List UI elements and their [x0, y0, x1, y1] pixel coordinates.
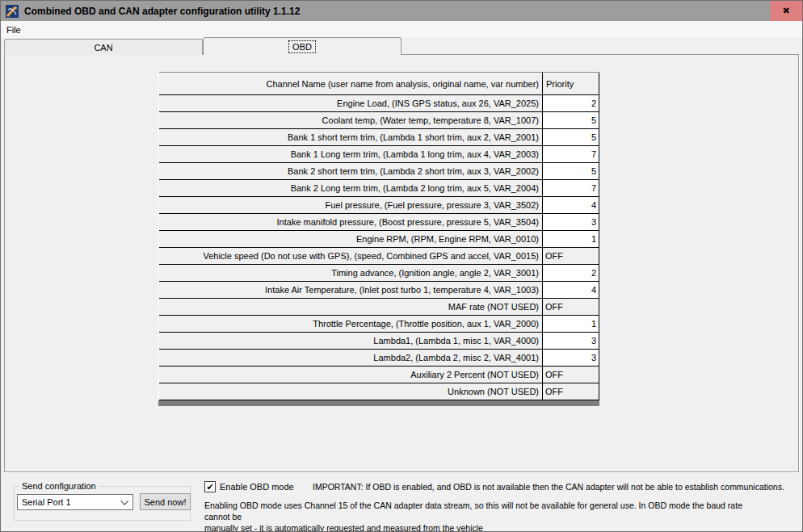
- column-header-channel-name: Channel Name (user name from analysis, o…: [159, 73, 543, 94]
- channel-name-cell: Vehicle speed (Do not use with GPS), (sp…: [159, 248, 543, 264]
- send-configuration-label: Send configuration: [19, 481, 99, 491]
- title-bar: Combined OBD and CAN adapter configurati…: [1, 1, 802, 21]
- channel-name-cell: Bank 1 short term trim, (Lambda 1 short …: [159, 129, 543, 145]
- table-row: Fuel pressure, (Fuel pressure, pressure …: [159, 197, 599, 214]
- enable-obd-mode-control: ✔ Enable OBD mode: [204, 481, 294, 492]
- channel-name-cell: Lambda2, (Lambda 2, misc 2, VAR_4001): [159, 350, 543, 366]
- priority-cell[interactable]: 1: [543, 231, 599, 247]
- chevron-down-icon: [120, 497, 128, 505]
- priority-cell[interactable]: 2: [543, 265, 599, 281]
- channel-name-cell: Engine RPM, (RPM, Engine RPM, VAR_0010): [159, 231, 543, 247]
- priority-cell[interactable]: 5: [543, 112, 599, 128]
- channel-name-cell: MAF rate (NOT USED): [159, 299, 543, 315]
- channel-name-cell: Auxiliary 2 Percent (NOT USED): [159, 367, 543, 383]
- table-row: Auxiliary 2 Percent (NOT USED) OFF: [159, 367, 599, 383]
- priority-cell[interactable]: 4: [543, 197, 599, 213]
- table-row: Bank 2 short term trim, (Lambda 2 short …: [159, 163, 599, 180]
- close-icon: ✖: [782, 6, 789, 15]
- priority-cell[interactable]: 3: [543, 214, 599, 230]
- table-row: Throttle Percentage, (Throttle position,…: [159, 316, 599, 333]
- channel-name-cell: Bank 2 Long term trim, (Lambda 2 long tr…: [159, 180, 543, 196]
- app-icon: [6, 5, 19, 18]
- channel-name-cell: Bank 2 short term trim, (Lambda 2 short …: [159, 163, 543, 179]
- table-body: Engine Load, (INS GPS status, aux 26, VA…: [159, 95, 599, 400]
- menu-item-file[interactable]: File: [1, 21, 27, 38]
- priority-cell[interactable]: 5: [543, 163, 599, 179]
- channel-name-cell: Engine Load, (INS GPS status, aux 26, VA…: [159, 95, 543, 111]
- priority-cell[interactable]: 3: [543, 333, 599, 349]
- priority-cell[interactable]: 7: [543, 180, 599, 196]
- priority-cell[interactable]: 1: [543, 316, 599, 332]
- column-header-priority: Priority: [543, 73, 599, 94]
- channel-name-cell: Unknown (NOT USED): [159, 383, 543, 400]
- tab-can-label: CAN: [94, 43, 112, 52]
- channel-name-cell: Timing advance, (Ignition angle, angle 2…: [159, 265, 543, 281]
- priority-cell[interactable]: 2: [543, 95, 599, 111]
- obd-mode-description: Enabling OBD mode uses Channel 15 of the…: [204, 500, 770, 532]
- window-title: Combined OBD and CAN adapter configurati…: [24, 6, 300, 17]
- table-row: Engine RPM, (RPM, Engine RPM, VAR_0010) …: [159, 231, 599, 248]
- serial-port-select[interactable]: Serial Port 1: [17, 494, 133, 510]
- table-row: Bank 1 short term trim, (Lambda 1 short …: [159, 129, 599, 146]
- channel-name-cell: Bank 1 Long term trim, (Lambda 1 long tr…: [159, 146, 543, 162]
- channel-name-cell: Fuel pressure, (Fuel pressure, pressure …: [159, 197, 543, 213]
- table-header-row: Channel Name (user name from analysis, o…: [159, 72, 599, 95]
- channel-priority-table: Channel Name (user name from analysis, o…: [158, 72, 599, 400]
- tab-can[interactable]: CAN: [4, 39, 203, 55]
- table-row: Engine Load, (INS GPS status, aux 26, VA…: [159, 95, 599, 112]
- enable-obd-mode-checkbox[interactable]: ✔: [204, 481, 216, 492]
- tab-obd[interactable]: OBD: [203, 37, 402, 55]
- checkmark-icon: ✔: [206, 483, 213, 492]
- tab-obd-label: OBD: [288, 40, 316, 53]
- table-bottom-shadow: [158, 400, 599, 406]
- table-row: Intake manifold pressure, (Boost pressur…: [159, 214, 599, 231]
- table-row: Unknown (NOT USED) OFF: [159, 383, 599, 400]
- table-row: Lambda2, (Lambda 2, misc 2, VAR_4001) 3: [159, 350, 599, 367]
- priority-cell[interactable]: OFF: [543, 383, 599, 400]
- send-now-button[interactable]: Send now!: [140, 493, 191, 510]
- enable-obd-mode-label: Enable OBD mode: [220, 482, 294, 492]
- serial-port-value: Serial Port 1: [22, 497, 71, 507]
- important-note: IMPORTANT: If OBD is enabled, and OBD is…: [313, 482, 784, 492]
- priority-cell[interactable]: 5: [543, 129, 599, 145]
- channel-name-cell: Intake manifold pressure, (Boost pressur…: [159, 214, 543, 230]
- app-window: Combined OBD and CAN adapter configurati…: [0, 0, 803, 532]
- send-now-label: Send now!: [145, 497, 187, 507]
- priority-cell[interactable]: OFF: [543, 367, 599, 383]
- table-row: Timing advance, (Ignition angle, angle 2…: [159, 265, 599, 282]
- priority-cell[interactable]: 4: [543, 282, 599, 298]
- close-button[interactable]: ✖: [770, 1, 802, 21]
- priority-cell[interactable]: OFF: [543, 248, 599, 264]
- table-row: Bank 2 Long term trim, (Lambda 2 long tr…: [159, 180, 599, 197]
- channel-name-cell: Throttle Percentage, (Throttle position,…: [159, 316, 543, 332]
- channel-name-cell: Coolant temp, (Water temp, temperature 8…: [159, 112, 543, 128]
- table-row: Coolant temp, (Water temp, temperature 8…: [159, 112, 599, 129]
- menu-bar: File: [1, 21, 802, 38]
- channel-name-cell: Lambda1, (Lambda 1, misc 1, VAR_4000): [159, 333, 543, 349]
- table-row: MAF rate (NOT USED) OFF: [159, 299, 599, 316]
- priority-cell[interactable]: 3: [543, 350, 599, 366]
- table-row: Bank 1 Long term trim, (Lambda 1 long tr…: [159, 146, 599, 163]
- priority-cell[interactable]: OFF: [543, 299, 599, 315]
- priority-cell[interactable]: 7: [543, 146, 599, 162]
- channel-name-cell: Intake Air Temperature, (Inlet post turb…: [159, 282, 543, 298]
- table-row: Vehicle speed (Do not use with GPS), (sp…: [159, 248, 599, 265]
- table-row: Lambda1, (Lambda 1, misc 1, VAR_4000) 3: [159, 333, 599, 350]
- table-row: Intake Air Temperature, (Inlet post turb…: [159, 282, 599, 299]
